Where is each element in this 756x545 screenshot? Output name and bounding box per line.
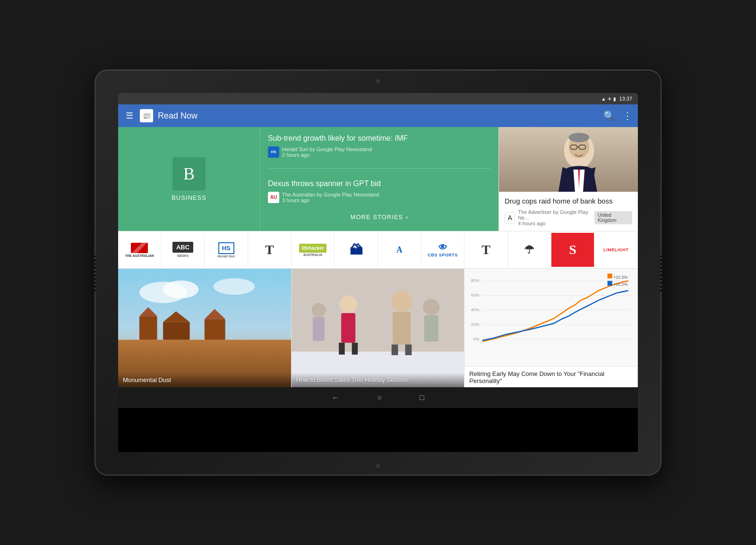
svg-rect-21 [341, 313, 355, 343]
svg-rect-43 [608, 273, 612, 278]
qld-shape: 🏔 [350, 242, 363, 258]
umbrella-container: ☂ [524, 243, 534, 256]
chart-area: 80% 60% 40% 20% 0% +22.5% [464, 269, 637, 366]
recents-button[interactable]: □ [420, 393, 424, 402]
limelight-logo: LIMELIGHT [603, 247, 628, 252]
right-story-image [499, 127, 638, 192]
lifehacker-logo: lifehacker AUSTRALIA [299, 244, 327, 256]
nyt-logo: T [481, 242, 490, 257]
region-badge: United Kingdom [594, 211, 632, 224]
source-nyt[interactable]: T [464, 233, 508, 267]
source-herald-sun[interactable]: HS Herald Sun [205, 233, 248, 267]
right-story-title: Drug cops raid home of bank boss [505, 196, 632, 206]
source-courier-mail[interactable]: 🏔 [335, 233, 378, 267]
lh-logo-box: lifehacker [299, 244, 327, 253]
svg-rect-29 [313, 317, 325, 341]
right-story-meta: A The Advertiser by Google Play Ne... 4 … [505, 209, 632, 226]
content-area: B BUSINESS Sub-trend growth likely for s… [118, 127, 638, 387]
svg-text:0%: 0% [473, 337, 480, 341]
right-story-source: A The Advertiser by Google Play Ne... 4 … [505, 209, 594, 226]
desert-image [118, 269, 291, 387]
story-time-2: 3 hours ago [282, 197, 379, 203]
cbs-box: 👁 CBS SPORTS [428, 243, 458, 257]
svg-rect-27 [405, 344, 412, 355]
bottom-card-fashion[interactable]: How to Boost Sales This Holiday Season [292, 269, 465, 387]
abc-logo-box: ABC [172, 242, 193, 253]
android-nav-bar: ← ○ □ [118, 387, 638, 408]
story-divider [268, 168, 491, 169]
search-icon[interactable]: 🔍 [603, 110, 615, 121]
the-australian-logo: THE AUSTRALIAN [125, 243, 154, 257]
source-the-advertiser[interactable]: A [378, 233, 421, 267]
svg-rect-22 [339, 343, 345, 355]
svg-text:+15.2%: +15.2% [614, 282, 628, 287]
abc-sub: NEWS [177, 254, 189, 258]
source-the-australian[interactable]: THE AUSTRALIAN [118, 233, 162, 267]
story-meta-1: HS Herald Sun by Google Play Newsstand 2… [268, 146, 491, 158]
hs-sub: Herald Sun [217, 255, 235, 258]
svg-rect-12 [139, 316, 157, 340]
umbrella-logo: ☂ [524, 243, 534, 256]
right-story-card[interactable]: Drug cops raid home of bank boss A The A… [498, 127, 638, 231]
navigation-bar: ☰ 📰 Read Now 🔍 ⋮ [118, 104, 638, 127]
bottom-card-chart[interactable]: 80% 60% 40% 20% 0% +22.5% [464, 269, 638, 387]
story-item-1[interactable]: Sub-trend growth likely for sometime: IM… [268, 134, 491, 158]
nav-actions: 🔍 ⋮ [603, 110, 632, 121]
back-button[interactable]: ← [332, 393, 339, 402]
umbrella-icon: ☂ [524, 243, 534, 256]
bottom-cards-row: Monumental Dust [118, 269, 638, 387]
battery-icon: ▮ [613, 96, 616, 102]
story-title-1: Sub-trend growth likely for sometime: IM… [268, 134, 491, 144]
cbs-eye-icon: 👁 [438, 243, 447, 253]
business-icon: B [172, 157, 206, 190]
lh-sub: AUSTRALIA [303, 253, 322, 256]
menu-button[interactable]: ☰ [124, 109, 135, 123]
home-button[interactable]: ○ [377, 393, 382, 402]
right-story-time: 4 hours ago [518, 221, 594, 226]
sources-row: THE AUSTRALIAN ABC NEWS [118, 231, 638, 269]
source-cbs-sports[interactable]: 👁 CBS SPORTS [421, 233, 465, 267]
svg-rect-31 [424, 315, 438, 341]
au-source-logo: AU [268, 192, 279, 203]
right-source-name: The Advertiser by Google Play Ne... [518, 209, 594, 221]
svg-text:60%: 60% [471, 293, 480, 298]
fashion-card-title: How to Boost Sales This Holiday Season [296, 376, 460, 383]
source-abc-news[interactable]: ABC NEWS [162, 233, 205, 267]
wifi-icon: ▲ [601, 96, 606, 102]
fashion-card-overlay: How to Boost Sales This Holiday Season [292, 373, 464, 387]
cbs-text: CBS SPORTS [428, 253, 458, 257]
chart-card-title: Retiring Early May Come Down to Your "Fi… [464, 366, 637, 387]
tablet-device: ▲ ✈ ▮ 13:37 ☰ 📰 Read Now 🔍 ⋮ [94, 69, 662, 476]
courier-mail-logo: 🏔 [350, 242, 363, 258]
source-telegraph[interactable]: T [248, 233, 292, 267]
story-title-2: Dexus throws spanner in GPT bid [268, 179, 491, 189]
svg-text:+22.5%: +22.5% [614, 274, 628, 279]
business-category-card[interactable]: B BUSINESS [118, 127, 260, 231]
source-limelight[interactable]: LIMELIGHT [594, 233, 638, 267]
more-options-icon[interactable]: ⋮ [623, 110, 632, 121]
status-icons: ▲ ✈ ▮ [601, 96, 617, 102]
cbs-sports-logo: 👁 CBS SPORTS [428, 243, 458, 257]
source-umbrella[interactable]: ☂ [508, 233, 551, 267]
screen: ▲ ✈ ▮ 13:37 ☰ 📰 Read Now 🔍 ⋮ [118, 93, 638, 452]
hs-source-logo: HS [268, 146, 279, 158]
status-time: 13:37 [619, 96, 632, 102]
nyt-t-letter: T [481, 242, 490, 257]
svg-text:80%: 80% [471, 278, 480, 283]
svg-rect-25 [393, 312, 411, 345]
svg-rect-26 [391, 344, 398, 355]
app-title: Read Now [158, 111, 599, 121]
story-item-2[interactable]: Dexus throws spanner in GPT bid AU The A… [268, 179, 491, 203]
right-story-info: Drug cops raid home of bank boss A The A… [499, 192, 638, 231]
svg-rect-14 [163, 322, 189, 340]
source-slate[interactable]: S [551, 233, 595, 267]
hs-logo-box: HS [218, 242, 234, 254]
source-lifehacker[interactable]: lifehacker AUSTRALIA [292, 233, 335, 267]
a-letter: A [396, 245, 403, 255]
story-time-1: 2 hours ago [282, 152, 372, 158]
telegraph-logo: T [265, 242, 274, 257]
slate-logo: S [561, 238, 584, 262]
bottom-card-desert[interactable]: Monumental Dust [118, 269, 292, 387]
more-stories-button[interactable]: MORE STORIES › [351, 210, 409, 224]
chevron-right-icon: › [406, 213, 408, 221]
